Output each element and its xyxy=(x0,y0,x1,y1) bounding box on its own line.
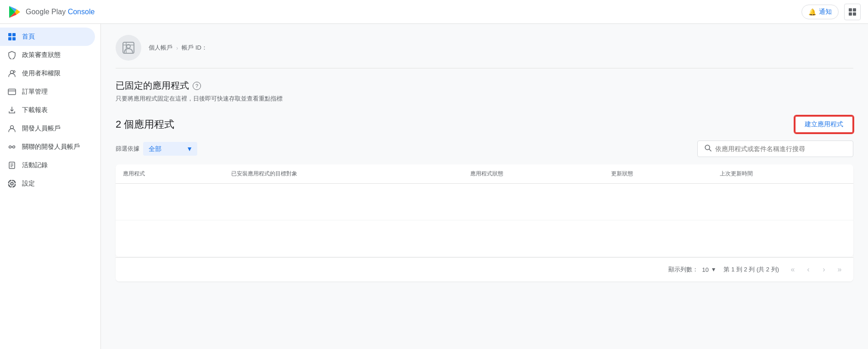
rows-select-wrap: 顯示列數： 10 25 50 ▼ xyxy=(668,265,716,274)
bell-icon: 🔔 xyxy=(808,8,816,16)
sidebar-item-label: 政策審查狀態 xyxy=(22,51,61,59)
grid-icon xyxy=(848,7,857,17)
pinned-info-icon[interactable]: ? xyxy=(193,82,201,90)
filter-label: 篩選依據 xyxy=(116,145,139,153)
sidebar-item-label: 關聯的開發人員帳戶 xyxy=(22,143,80,151)
page-info: 第 1 到 2 列 (共 2 列) xyxy=(723,265,779,274)
separator: › xyxy=(176,45,178,51)
sidebar-item-label: 使用者和權限 xyxy=(22,69,61,78)
pinned-description: 只要將應用程式固定在這裡，日後即可快速存取並查看重點指標 xyxy=(116,95,853,103)
svg-point-14 xyxy=(9,146,11,148)
col-last-update: 上次更新時間 xyxy=(712,164,853,184)
first-page-button[interactable]: « xyxy=(786,263,799,276)
account-avatar xyxy=(116,35,141,61)
svg-rect-5 xyxy=(8,33,11,36)
create-app-button[interactable]: 建立應用程式 xyxy=(795,116,853,133)
sidebar-item-label: 下載報表 xyxy=(22,106,48,114)
pinned-section-title: 已固定的應用程式 ? xyxy=(116,79,853,92)
sidebar-item-home[interactable]: 首頁 xyxy=(0,28,95,46)
svg-rect-11 xyxy=(8,89,16,95)
col-app: 應用程式 xyxy=(116,164,224,184)
col-update-status: 更新狀態 xyxy=(604,164,712,184)
orders-icon xyxy=(7,87,17,96)
grid-apps-button[interactable] xyxy=(844,4,861,20)
sidebar-item-label: 訂單管理 xyxy=(22,88,48,96)
col-audience: 已安裝應用程式的目標對象 xyxy=(224,164,462,184)
sidebar: 首頁 政策審查狀態 使用者和權限 xyxy=(0,24,101,349)
svg-rect-3 xyxy=(849,12,852,16)
sidebar-item-settings[interactable]: 設定 xyxy=(0,174,95,193)
brand-play-text: Play xyxy=(51,8,66,16)
table-header-row: 應用程式 已安裝應用程式的目標對象 應用程式狀態 更新狀態 上次更新時間 xyxy=(116,164,853,184)
sidebar-item-label: 設定 xyxy=(22,180,35,188)
account-section: 個人帳戶 › 帳戶 ID： xyxy=(116,35,853,68)
sidebar-item-orders[interactable]: 訂單管理 xyxy=(0,83,95,101)
sidebar-item-label: 活動記錄 xyxy=(22,161,48,169)
personal-account-text: 個人帳戶 xyxy=(149,44,172,52)
account-info: 個人帳戶 › 帳戶 ID： xyxy=(149,44,211,52)
rows-per-page-select[interactable]: 10 25 50 xyxy=(702,266,716,273)
svg-point-23 xyxy=(9,181,15,187)
sidebar-item-linked[interactable]: 關聯的開發人員帳戶 xyxy=(0,138,95,156)
apps-table-body xyxy=(116,184,853,257)
col-status: 應用程式狀態 xyxy=(463,164,604,184)
svg-point-10 xyxy=(13,71,15,73)
rows-select-container: 10 25 50 ▼ xyxy=(702,266,716,273)
search-input[interactable] xyxy=(715,145,846,152)
notification-label: 通知 xyxy=(819,8,832,16)
main-layout: 首頁 政策審查狀態 使用者和權限 xyxy=(0,24,868,349)
account-id-label: 帳戶 ID： xyxy=(182,44,207,52)
rows-per-page-label: 顯示列數： xyxy=(668,265,698,274)
sidebar-item-devaccount[interactable]: 開發人員帳戶 xyxy=(0,119,95,138)
apps-header: 2 個應用程式 建立應用程式 xyxy=(116,116,853,133)
empty-cell xyxy=(116,184,853,220)
header-left: Google Play Console xyxy=(7,5,95,19)
activity-icon xyxy=(7,161,17,170)
policy-icon xyxy=(7,51,17,60)
prev-page-button[interactable]: ‹ xyxy=(802,263,815,276)
header-right: 🔔 通知 xyxy=(801,4,861,20)
sidebar-item-activity[interactable]: 活動記錄 xyxy=(0,156,95,174)
apps-table: 應用程式 已安裝應用程式的目標對象 應用程式狀態 更新狀態 上次更新時間 xyxy=(116,164,853,257)
reports-icon xyxy=(7,106,17,115)
next-page-icon: › xyxy=(823,265,825,274)
search-box xyxy=(697,141,853,157)
main-content: 個人帳戶 › 帳戶 ID： 已固定的應用程式 ? 只要將應用程式固定在這裡，日後… xyxy=(101,24,868,349)
search-icon xyxy=(704,144,712,153)
filter-row: 篩選依據 全部 已發布 草稿 已停止發布 ▼ xyxy=(116,141,853,157)
pinned-title-text: 已固定的應用程式 xyxy=(116,79,189,92)
svg-rect-7 xyxy=(8,37,11,40)
svg-rect-6 xyxy=(12,33,16,36)
svg-point-15 xyxy=(13,146,15,148)
pagination-controls: « ‹ › » xyxy=(786,263,846,276)
svg-rect-1 xyxy=(849,8,852,11)
account-avatar-icon xyxy=(121,40,136,55)
devaccount-icon xyxy=(7,124,17,133)
sidebar-item-reports[interactable]: 下載報表 xyxy=(0,101,95,119)
header-title: Google Play Console xyxy=(26,8,95,16)
svg-line-29 xyxy=(709,149,711,151)
table-row-empty-2 xyxy=(116,220,853,257)
table-row-empty xyxy=(116,184,853,220)
empty-cell-2 xyxy=(116,220,853,257)
svg-rect-8 xyxy=(12,37,16,40)
last-page-button[interactable]: » xyxy=(833,263,846,276)
last-page-icon: » xyxy=(838,265,842,274)
notification-button[interactable]: 🔔 通知 xyxy=(801,5,839,19)
svg-rect-2 xyxy=(853,8,856,11)
home-icon xyxy=(7,32,17,41)
filter-select-wrap: 全部 已發布 草稿 已停止發布 ▼ xyxy=(143,142,197,156)
apps-table-container: 應用程式 已安裝應用程式的目標對象 應用程式狀態 更新狀態 上次更新時間 xyxy=(116,164,853,281)
next-page-button[interactable]: › xyxy=(818,263,830,276)
header: Google Play Console 🔔 通知 xyxy=(0,0,868,24)
play-store-logo xyxy=(7,5,22,19)
users-icon xyxy=(7,69,17,78)
filter-select[interactable]: 全部 已發布 草稿 已停止發布 xyxy=(143,142,197,156)
sidebar-item-users[interactable]: 使用者和權限 xyxy=(0,64,95,83)
pagination-row: 顯示列數： 10 25 50 ▼ 第 1 到 2 列 (共 2 列) « xyxy=(116,257,853,281)
svg-rect-4 xyxy=(853,12,856,16)
sidebar-item-policy[interactable]: 政策審查狀態 xyxy=(0,46,95,64)
filter-left: 篩選依據 全部 已發布 草稿 已停止發布 ▼ xyxy=(116,142,197,156)
sidebar-item-label: 開發人員帳戶 xyxy=(22,124,61,133)
settings-icon xyxy=(7,179,17,188)
